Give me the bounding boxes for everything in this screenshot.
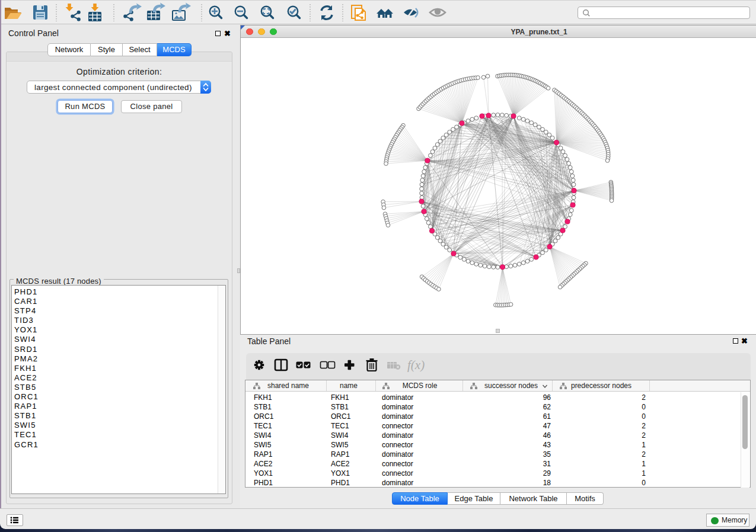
svg-text:f(x): f(x)	[407, 358, 425, 372]
